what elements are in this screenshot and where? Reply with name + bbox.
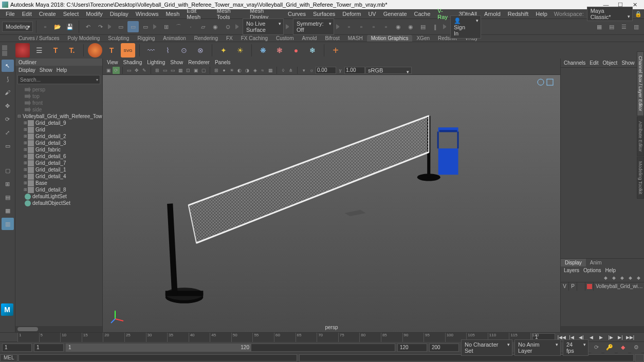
- layer-btn-1[interactable]: ◆: [602, 274, 609, 281]
- vp-isolate[interactable]: ▾: [300, 67, 307, 74]
- menu-create[interactable]: Create: [35, 10, 60, 18]
- save-scene-button[interactable]: 💾: [64, 21, 76, 32]
- vp-field-chart[interactable]: ⊡: [185, 67, 192, 74]
- menu-arnold[interactable]: Arnold: [481, 10, 504, 18]
- play-forward-button[interactable]: ▶: [596, 333, 605, 341]
- particle-3-icon[interactable]: ●: [289, 43, 303, 58]
- menu-edit-mesh[interactable]: Edit Mesh: [183, 7, 213, 21]
- vp-wireframe[interactable]: ⊞: [213, 67, 220, 74]
- vp-resolution-gate[interactable]: ▭: [169, 67, 176, 74]
- symmetry-combo[interactable]: Symmetry: Off: [293, 18, 334, 35]
- workspace-dropdown[interactable]: Maya Classic*: [587, 7, 633, 21]
- layout-four[interactable]: ⊞: [2, 178, 14, 190]
- vp-ao[interactable]: ◑: [244, 67, 251, 74]
- snap-plane-button[interactable]: ▱: [197, 21, 209, 32]
- toggle-tool-settings[interactable]: ☰: [618, 21, 630, 32]
- script-lang-toggle[interactable]: MEL: [0, 354, 17, 361]
- layer-playback-toggle[interactable]: P: [569, 282, 577, 291]
- vp-grease[interactable]: ✎: [141, 67, 148, 74]
- layer-display-type[interactable]: [577, 282, 585, 291]
- menu-mesh[interactable]: Mesh: [162, 10, 183, 18]
- shelf-tab-bifrost[interactable]: Bifrost: [321, 35, 343, 42]
- type-tool-2-icon[interactable]: T.: [65, 43, 79, 58]
- menu-redshift[interactable]: Redshift: [504, 10, 532, 18]
- menu-select[interactable]: Select: [60, 10, 83, 18]
- shelf-tab-xgen[interactable]: XGen: [412, 35, 434, 42]
- outliner-item[interactable]: ⊞Grid_detail_9: [15, 120, 102, 126]
- time-slider[interactable]: 1510152025303540455055606570758085909510…: [17, 333, 530, 342]
- lock-icon[interactable]: 🔒: [635, 11, 642, 17]
- command-input[interactable]: [19, 354, 297, 361]
- open-scene-button[interactable]: 📂: [52, 21, 63, 32]
- layer-vis-toggle[interactable]: V: [561, 282, 569, 291]
- outliner-camera-top[interactable]: top: [15, 93, 102, 100]
- twist-icon[interactable]: ⊗: [193, 43, 208, 58]
- ch-button[interactable]: ▫: [343, 21, 355, 32]
- vtab-channel-box[interactable]: Channel Box / Layer Editor: [637, 51, 644, 116]
- rotate-tool[interactable]: ⟳: [2, 113, 14, 125]
- vp-msaa[interactable]: ◈: [251, 67, 259, 74]
- snap-view-button[interactable]: ⊙: [222, 21, 233, 32]
- live-surface-combo[interactable]: No Live Surface: [243, 18, 284, 35]
- vp-smooth-shade[interactable]: ●: [220, 67, 228, 74]
- vp-xray[interactable]: ◊: [280, 67, 287, 74]
- menu-surfaces[interactable]: Surfaces: [309, 10, 339, 18]
- curve-tool-icon[interactable]: 〰: [144, 43, 158, 58]
- undo-button[interactable]: ↶: [82, 21, 94, 32]
- layer-tab-anim[interactable]: Anim: [586, 259, 606, 266]
- cb-edit-menu[interactable]: Edit: [590, 60, 598, 66]
- shelf-tab-poly[interactable]: Poly Modeling: [63, 35, 104, 42]
- type-create-icon[interactable]: T: [104, 43, 119, 58]
- outliner-item[interactable]: ⊞Grid_detail_2: [15, 133, 102, 140]
- ch-button-2[interactable]: ▫: [356, 21, 367, 32]
- autokey-button[interactable]: 🔑: [604, 342, 615, 353]
- range-end-outer[interactable]: [429, 344, 459, 352]
- select-tool[interactable]: ↖: [2, 60, 14, 72]
- layer-name[interactable]: Volleyball_Grid_with_Referee_: [594, 283, 644, 289]
- layer-tab-display[interactable]: Display: [561, 259, 586, 266]
- vp-grid-toggle[interactable]: ⊞: [154, 67, 161, 74]
- vp-gamma-input[interactable]: [344, 67, 365, 74]
- account-dropdown[interactable]: 👤 Sign In: [450, 15, 481, 39]
- sphere-icon[interactable]: [88, 43, 102, 58]
- shelf-tab-rigging[interactable]: Rigging: [133, 35, 159, 42]
- vp-exposure-icon[interactable]: ☼: [308, 67, 315, 74]
- vp-bookmarks[interactable]: ⟳: [113, 67, 120, 74]
- character-set-combo[interactable]: No Character Set: [461, 339, 512, 356]
- shelf-tab-fxcaching[interactable]: FX Caching: [237, 35, 272, 42]
- step-forward-key-button[interactable]: ▶|: [616, 333, 625, 341]
- viewport-menu-lighting[interactable]: Lighting: [147, 60, 165, 65]
- paint-select-tool[interactable]: 🖌: [2, 86, 14, 99]
- vp-colorspace-combo[interactable]: sRGB gamma: [365, 67, 412, 74]
- vp-motion-blur[interactable]: ≈: [259, 67, 266, 74]
- cb-object-menu[interactable]: Object: [603, 60, 618, 66]
- snap-point-button[interactable]: ·: [185, 21, 196, 32]
- vp-use-lights[interactable]: ☀: [228, 67, 235, 74]
- range-slider[interactable]: 1120: [66, 344, 395, 352]
- outliner-menu-show[interactable]: Show: [40, 67, 52, 73]
- vp-xray-joints[interactable]: ⋔: [287, 67, 295, 74]
- snap-curve-button[interactable]: ⌒: [173, 21, 184, 32]
- layer-hscroll[interactable]: [561, 326, 644, 332]
- shelf-tab-arnold[interactable]: Arnold: [298, 35, 321, 42]
- go-to-end-button[interactable]: ▶▶|: [625, 333, 635, 341]
- menu-curves[interactable]: Curves: [284, 10, 309, 18]
- menu-modify[interactable]: Modify: [82, 10, 106, 18]
- particle-2-icon[interactable]: ❃: [272, 43, 287, 58]
- select-by-object-button[interactable]: ▭: [127, 21, 139, 32]
- last-tool[interactable]: ▭: [2, 140, 14, 152]
- lasso-tool[interactable]: ⟆: [2, 73, 14, 85]
- new-scene-button[interactable]: ▫: [40, 21, 51, 32]
- toggle-attribute-editor[interactable]: ▤: [606, 21, 617, 32]
- outliner-root-group[interactable]: ⊟Volleyball_Grid_with_Referee_Tower_: [15, 113, 102, 120]
- outliner-camera-side[interactable]: side: [15, 106, 102, 113]
- channels-menu[interactable]: Channels: [564, 60, 585, 66]
- outliner-menu-help[interactable]: Help: [57, 67, 67, 73]
- redo-button[interactable]: ↷: [95, 21, 106, 32]
- range-start-inner[interactable]: [34, 344, 64, 352]
- shelf-tab-sculpt[interactable]: Sculpting: [104, 35, 133, 42]
- bend-icon[interactable]: ⊙: [177, 43, 191, 58]
- outliner-search[interactable]: Search...: [17, 75, 100, 84]
- outliner-set[interactable]: defaultObjectSet: [15, 200, 102, 206]
- shelf-toggle[interactable]: [2, 45, 13, 56]
